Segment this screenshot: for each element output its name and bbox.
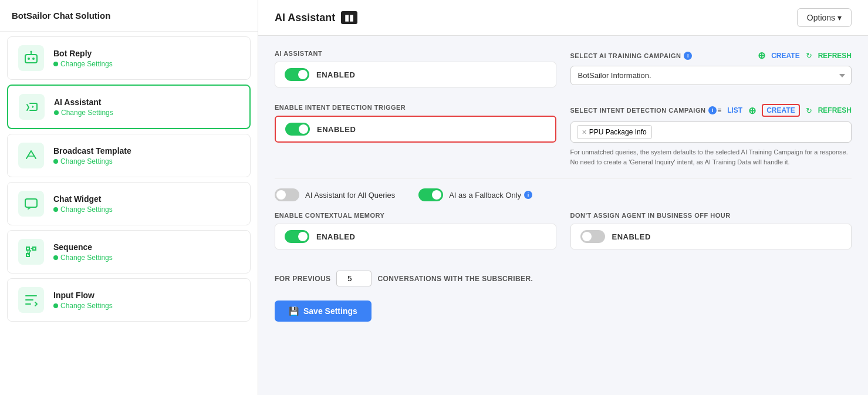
intent-section: ENABLE INTENT DETECTION TRIGGER ENABLED …	[275, 104, 852, 167]
save-settings-label: Save Settings	[303, 306, 357, 316]
sidebar-item-input-flow-name: Input Flow	[53, 291, 113, 300]
select-ai-actions: ⊕ CREATE ↻ REFRESH	[758, 50, 852, 61]
select-intent-header: SELECT INTENT DETECTION CAMPAIGN i ≡ LIS…	[570, 104, 852, 117]
sidebar-item-input-flow[interactable]: Input Flow Change Settings	[7, 278, 251, 322]
chat-widget-icon	[18, 191, 44, 217]
sidebar-item-bot-reply-name: Bot Reply	[53, 49, 113, 58]
select-ai-section: SELECT AI TRAINING CAMPAIGN i ⊕ CREATE ↻…	[570, 50, 852, 97]
ai-assistant-toggle-label: ENABLED	[316, 70, 355, 79]
select-intent-refresh-link[interactable]: REFRESH	[818, 106, 852, 114]
select-ai-label: SELECT AI TRAINING CAMPAIGN i	[570, 52, 693, 60]
select-ai-info-icon: i	[684, 52, 692, 60]
sidebar-item-bot-reply-link[interactable]: Change Settings	[53, 60, 113, 68]
contextual-memory-section: ENABLE CONTEXTUAL MEMORY ENABLED	[275, 212, 556, 259]
sidebar-item-broadcast-name: Broadcast Template	[53, 146, 131, 156]
select-intent-actions: ≡ LIST ⊕ CREATE ↻ REFRESH	[717, 104, 852, 117]
refresh-icon-1: ↻	[806, 51, 812, 60]
select-intent-section: SELECT INTENT DETECTION CAMPAIGN i ≡ LIS…	[570, 104, 852, 167]
sidebar-item-broadcast-link[interactable]: Change Settings	[53, 157, 131, 166]
intent-tag-label: PPU Package Info	[589, 128, 647, 136]
sequence-icon	[18, 239, 44, 265]
contextual-memory-label: ENABLE CONTEXTUAL MEMORY	[275, 212, 556, 219]
intent-tag-input[interactable]: × PPU Package Info	[570, 121, 852, 143]
input-flow-icon	[18, 287, 44, 313]
svg-rect-0	[25, 55, 37, 63]
dont-assign-toggle-label: ENABLED	[612, 232, 651, 241]
contextual-memory-toggle-row: ENABLED	[275, 224, 556, 249]
ai-assistant-toggle-row: ENABLED	[275, 62, 556, 87]
main-content: AI Assistant ▮▮ Options ▾ AI Assistant E…	[258, 0, 868, 395]
dont-assign-label: DON'T ASSIGN AGENT IN BUSINESS OFF HOUR	[570, 212, 852, 219]
main-header: AI Assistant ▮▮ Options ▾	[258, 0, 868, 36]
sidebar-item-ai-link[interactable]: Change Settings	[54, 109, 113, 117]
video-icon: ▮▮	[341, 11, 357, 24]
memory-assign-section: ENABLE CONTEXTUAL MEMORY ENABLED DON'T A…	[275, 212, 852, 259]
svg-point-1	[28, 58, 30, 60]
main-title-text: AI Assistant	[275, 12, 335, 24]
ai-assistant-toggle[interactable]	[285, 68, 309, 81]
conversations-label: CONVERSATIONS WITH THE SUBSCRIBER.	[377, 275, 533, 283]
for-previous-input[interactable]	[336, 271, 371, 286]
intent-trigger-toggle-label: ENABLED	[317, 125, 356, 134]
svg-rect-5	[25, 199, 37, 207]
refresh-icon-2: ↻	[806, 106, 812, 115]
create-plus-icon: ⊕	[758, 50, 765, 61]
save-settings-button[interactable]: 💾 Save Settings	[275, 301, 371, 322]
ai-all-queries-toggle[interactable]	[275, 188, 299, 201]
ai-all-queries-row: AI Assistant for All Queries	[275, 188, 395, 201]
ai-options-row: AI Assistant for All Queries AI as a Fal…	[275, 188, 852, 201]
ai-fallback-toggle[interactable]	[418, 188, 443, 201]
sidebar: BotSailor Chat Solution Bot Reply Change…	[0, 0, 258, 395]
intent-trigger-toggle[interactable]	[285, 123, 310, 136]
top-section: AI Assistant ENABLED SELECT AI TRAINING …	[275, 50, 852, 97]
sidebar-item-input-flow-text: Input Flow Change Settings	[53, 291, 113, 310]
sidebar-item-ai-text: AI Assistant Change Settings	[54, 97, 113, 117]
main-body: AI Assistant ENABLED SELECT AI TRAINING …	[258, 36, 868, 336]
ai-fallback-label: AI as a Fallback Only i	[449, 191, 532, 200]
tag-remove-icon[interactable]: ×	[582, 127, 587, 137]
for-previous-label: FOR PREVIOUS	[275, 275, 330, 283]
main-title: AI Assistant ▮▮	[275, 11, 357, 24]
sidebar-item-sequence-text: Sequence Change Settings	[53, 242, 113, 262]
sidebar-item-chat-name: Chat Widget	[53, 194, 113, 204]
sidebar-item-broadcast[interactable]: Broadcast Template Change Settings	[7, 134, 251, 177]
divider	[275, 178, 852, 179]
for-previous-row: FOR PREVIOUS CONVERSATIONS WITH THE SUBS…	[275, 271, 852, 286]
intent-trigger-label: ENABLE INTENT DETECTION TRIGGER	[275, 104, 556, 111]
select-ai-refresh-link[interactable]: REFRESH	[818, 52, 852, 60]
brand: BotSailor Chat Solution	[0, 0, 258, 32]
options-button[interactable]: Options ▾	[797, 8, 852, 27]
list-icon: ≡	[717, 106, 721, 114]
select-ai-header: SELECT AI TRAINING CAMPAIGN i ⊕ CREATE ↻…	[570, 50, 852, 61]
select-intent-list-link[interactable]: LIST	[727, 106, 742, 114]
ai-assistant-icon	[19, 94, 45, 120]
intent-info-text: For unmatched queries, the system defaul…	[570, 147, 852, 167]
ai-all-queries-label: AI Assistant for All Queries	[305, 191, 395, 200]
dont-assign-section: DON'T ASSIGN AGENT IN BUSINESS OFF HOUR …	[570, 212, 852, 259]
intent-trigger-section: ENABLE INTENT DETECTION TRIGGER ENABLED	[275, 104, 556, 167]
sidebar-item-input-flow-link[interactable]: Change Settings	[53, 302, 113, 310]
svg-point-4	[31, 51, 32, 53]
sidebar-item-broadcast-text: Broadcast Template Change Settings	[53, 146, 131, 166]
sidebar-item-chat-link[interactable]: Change Settings	[53, 205, 113, 214]
select-ai-training-dropdown[interactable]: BotSailor Information.	[570, 66, 852, 85]
sidebar-item-chat-text: Chat Widget Change Settings	[53, 194, 113, 214]
select-intent-label: SELECT INTENT DETECTION CAMPAIGN i	[570, 106, 717, 114]
bot-reply-icon	[18, 45, 44, 71]
broadcast-icon	[18, 143, 44, 168]
ai-assistant-section-label: AI Assistant	[275, 50, 556, 57]
contextual-memory-toggle[interactable]	[285, 230, 309, 243]
sidebar-item-sequence[interactable]: Sequence Change Settings	[7, 230, 251, 274]
intent-tag: × PPU Package Info	[577, 125, 652, 139]
sidebar-item-ai-assistant[interactable]: AI Assistant Change Settings	[7, 85, 251, 129]
sidebar-item-sequence-link[interactable]: Change Settings	[53, 254, 113, 262]
svg-point-2	[32, 58, 35, 60]
sidebar-item-chat-widget[interactable]: Chat Widget Change Settings	[7, 182, 251, 225]
select-intent-info-icon: i	[708, 106, 717, 114]
dont-assign-toggle[interactable]	[580, 230, 605, 243]
ai-fallback-info-icon: i	[524, 191, 532, 199]
select-intent-create-link[interactable]: CREATE	[762, 104, 799, 117]
ai-fallback-row: AI as a Fallback Only i	[418, 188, 532, 201]
select-ai-create-link[interactable]: CREATE	[771, 52, 799, 60]
sidebar-item-bot-reply[interactable]: Bot Reply Change Settings	[7, 36, 251, 80]
